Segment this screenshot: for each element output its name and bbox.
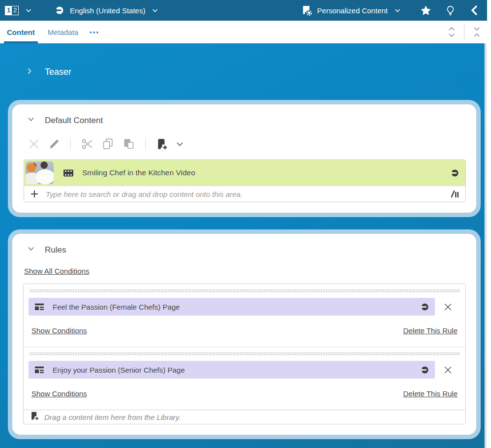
list-icon — [34, 302, 44, 311]
rule-target-pill[interactable]: Enjoy your Passion (Senior Chefs) Page — [29, 361, 435, 379]
globe-icon — [421, 303, 429, 311]
globe-icon — [451, 169, 459, 177]
drag-handle[interactable] — [30, 352, 460, 355]
view-mode-label[interactable]: Personalized Content — [317, 6, 388, 15]
tabbar-divider — [464, 25, 464, 39]
section-teaser-title: Teaser — [45, 67, 71, 77]
toolbar-divider — [70, 137, 71, 151]
rules-card-inner: Rules Show All Conditions — [12, 234, 476, 435]
scrollbar-line — [486, 43, 486, 448]
page: 1 2 English (United States) — [0, 0, 491, 448]
paste-icon[interactable] — [122, 137, 135, 151]
show-all-conditions-link[interactable]: Show All Conditions — [24, 267, 90, 275]
rule-drop-hint: Drag a content item here from the Librar… — [44, 413, 181, 421]
insert-item-icon[interactable] — [155, 138, 168, 151]
delete-icon[interactable] — [27, 137, 40, 151]
rules-title: Rules — [45, 245, 66, 255]
default-content-card-inner: Default Content — [12, 104, 476, 213]
rule-row: Feel the Passion (Female Chefs) Page — [29, 298, 460, 316]
close-icon[interactable] — [435, 302, 460, 312]
content-item-thumbnail — [26, 161, 54, 184]
list-icon — [34, 365, 44, 374]
version-chevron-down-icon[interactable] — [25, 6, 32, 14]
insert-item-icon — [30, 411, 39, 423]
toolbar-divider — [145, 137, 146, 151]
tab-metadata-label: Metadata — [48, 28, 79, 36]
tabbar-right-group — [447, 25, 481, 39]
library-icon[interactable] — [450, 190, 460, 198]
rules-card: Rules Show All Conditions — [8, 229, 481, 439]
delete-this-rule-link[interactable]: Delete This Rule — [403, 389, 458, 398]
top-bar: 1 2 English (United States) — [0, 0, 487, 21]
version-badge[interactable]: 1 2 — [5, 6, 19, 15]
globe-icon — [421, 366, 429, 374]
film-icon — [63, 169, 74, 177]
language-selector-label[interactable]: English (United States) — [70, 6, 145, 15]
chevron-right-icon — [26, 67, 33, 77]
tab-bar: Content Metadata ⋯ — [0, 21, 491, 43]
collapse-sections-icon[interactable] — [472, 26, 481, 38]
personalized-content-icon — [301, 4, 312, 16]
default-content-title: Default Content — [45, 116, 103, 126]
rule-target-pill[interactable]: Feel the Passion (Female Chefs) Page — [29, 298, 435, 316]
tabs-more-icon[interactable]: ⋯ — [89, 30, 100, 34]
chevron-down-icon — [27, 115, 35, 126]
default-content-toolbar — [12, 126, 476, 151]
star-icon[interactable] — [420, 5, 431, 16]
back-icon[interactable] — [469, 5, 479, 16]
version-total: 2 — [12, 6, 18, 15]
rule-drop-area[interactable]: Drag a content item here from the Librar… — [24, 410, 465, 424]
rule-links: Show Conditions Delete This Rule — [31, 389, 458, 410]
rules-box: Feel the Passion (Female Chefs) Page — [23, 284, 466, 424]
rules-header[interactable]: Rules — [12, 234, 476, 255]
section-teaser-header[interactable]: Teaser — [26, 67, 71, 77]
rule-title: Enjoy your Passion (Senior Chefs) Page — [53, 366, 184, 374]
rule-item: Enjoy your Passion (Senior Chefs) Page — [24, 347, 465, 410]
rule-row: Enjoy your Passion (Senior Chefs) Page — [29, 361, 460, 379]
plus-icon[interactable] — [30, 190, 39, 198]
lightbulb-icon[interactable] — [445, 5, 456, 16]
insert-chevron-down-icon[interactable] — [176, 140, 184, 148]
view-mode-chevron-down-icon[interactable] — [394, 6, 401, 14]
tab-metadata[interactable]: Metadata — [46, 21, 81, 43]
content-item-title: Smiling Chef in the Kitchen Video — [82, 168, 195, 177]
default-content-header[interactable]: Default Content — [12, 104, 476, 126]
content-item-row[interactable]: Smiling Chef in the Kitchen Video — [24, 160, 465, 186]
show-conditions-link[interactable]: Show Conditions — [31, 326, 87, 335]
close-icon[interactable] — [435, 365, 460, 375]
rule-links: Show Conditions Delete This Rule — [31, 326, 458, 347]
content-editor-canvas: Teaser Default Content — [0, 43, 485, 448]
default-content-item-box: Smiling Chef in the Kitchen Video — [24, 160, 466, 202]
copy-icon[interactable] — [101, 137, 115, 151]
cut-icon[interactable] — [81, 137, 94, 151]
delete-this-rule-link[interactable]: Delete This Rule — [403, 326, 458, 335]
show-conditions-link[interactable]: Show Conditions — [31, 389, 87, 398]
content-search-input[interactable] — [46, 190, 450, 198]
rule-item: Feel the Passion (Female Chefs) Page — [24, 284, 465, 347]
chevron-down-icon — [27, 245, 35, 255]
content-search-row — [24, 186, 465, 202]
tab-content[interactable]: Content — [5, 21, 37, 43]
topbar-right-group: Personalized Content — [301, 4, 479, 16]
language-chevron-down-icon[interactable] — [151, 6, 159, 14]
globe-icon — [55, 6, 64, 15]
tab-content-label: Content — [7, 28, 35, 36]
rule-title: Feel the Passion (Female Chefs) Page — [53, 303, 180, 311]
drag-handle[interactable] — [30, 289, 460, 292]
version-current: 1 — [5, 6, 12, 15]
default-content-card: Default Content — [8, 100, 481, 217]
expand-sections-icon[interactable] — [447, 26, 456, 38]
edit-icon[interactable] — [48, 138, 61, 151]
